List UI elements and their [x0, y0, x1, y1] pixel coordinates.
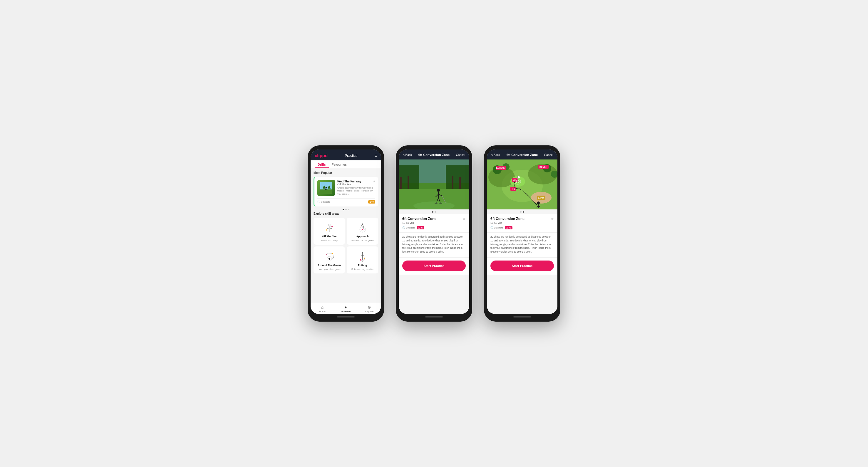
favourite-icon[interactable]: ★ [373, 179, 376, 183]
skill-approach[interactable]: Approach Dial-in to hit the green [347, 218, 378, 245]
svg-point-13 [326, 229, 327, 231]
svg-point-72 [537, 201, 540, 204]
nav-home-label: Home [319, 310, 325, 313]
drill-description: 20 shots are randomly generated at dista… [487, 233, 557, 257]
skill-name-putting: Putting [358, 264, 367, 267]
dot-2[interactable] [523, 211, 524, 213]
start-practice-button[interactable]: Start Practice [402, 261, 466, 271]
drill-description: Create an imaginary fairway using trees … [337, 187, 375, 196]
drill-detail-content: 6ft Conversion Zone 10-50 yds ★ 🕐 20 sho… [399, 160, 469, 314]
skill-putting[interactable]: Putting Make and lag practice [347, 246, 378, 273]
drill-title: Find The Fairway [337, 180, 375, 183]
drill-detail-content-map: FAIRWAY ROUGH Hit Miss SAND [487, 160, 557, 314]
dot-2[interactable] [345, 209, 347, 210]
drill-title-row: 6ft Conversion Zone 10-50 yds ★ [490, 217, 554, 225]
drill-hero-image [399, 160, 469, 209]
drill-thumbnail [317, 180, 335, 196]
dot-1[interactable] [520, 211, 522, 213]
favourite-icon[interactable]: ★ [551, 217, 554, 221]
tab-drills[interactable]: Drills [315, 160, 329, 168]
screen-3: < Back 6ft Conversion Zone Cancel [487, 149, 557, 314]
cta-section: Start Practice [399, 257, 469, 275]
favourite-icon[interactable]: ★ [463, 217, 466, 221]
nav-capture-label: Capture [365, 310, 373, 313]
drill-description: 20 shots are randomly generated at dista… [399, 233, 469, 257]
header-title: 6ft Conversion Zone [506, 153, 538, 157]
svg-point-4 [326, 187, 327, 188]
nav-activities[interactable]: ✦ Activities [334, 305, 358, 313]
skill-name-atg: Around The Green [318, 264, 341, 267]
skill-name-approach: Approach [356, 235, 369, 238]
drill-range: 10-50 yds [402, 222, 436, 224]
cancel-button[interactable]: Cancel [544, 153, 553, 157]
bottom-nav: ⌂ Home ✦ Activities ⊕ Capture [311, 303, 381, 314]
drill-title: 6ft Conversion Zone [402, 217, 436, 221]
skill-desc-approach: Dial-in to hit the green [351, 239, 374, 242]
phone-2: < Back 6ft Conversion Zone Cancel [396, 145, 472, 322]
drill-title-row: 6ft Conversion Zone 10-50 yds ★ [402, 217, 466, 225]
svg-point-8 [329, 224, 330, 226]
drill-info-section: 6ft Conversion Zone 10-50 yds ★ 🕐 20 sho… [487, 214, 557, 233]
svg-point-25 [362, 252, 363, 254]
shots-info: 🕐 20 shots [490, 227, 503, 229]
start-practice-button[interactable]: Start Practice [490, 261, 554, 271]
drill-badge: OTT [368, 200, 375, 204]
svg-text:Hit: Hit [512, 188, 515, 190]
app-logo: clippd [315, 153, 328, 158]
dot-1[interactable] [432, 211, 433, 213]
tab-favourites[interactable]: Favourites [329, 160, 350, 168]
nav-capture[interactable]: ⊕ Capture [358, 305, 381, 313]
detail-header: < Back 6ft Conversion Zone Cancel [487, 149, 557, 160]
skill-desc-ott: Power accuracy [321, 239, 338, 242]
drill-hero-map: FAIRWAY ROUGH Hit Miss SAND [487, 160, 557, 209]
explore-label: Explore skill areas [313, 212, 378, 215]
nav-home[interactable]: ⌂ Home [311, 305, 334, 313]
home-indicator [337, 316, 355, 318]
drill-info-section: 6ft Conversion Zone 10-50 yds ★ 🕐 20 sho… [399, 214, 469, 233]
header-title: 6ft Conversion Zone [418, 153, 450, 157]
screen-2: < Back 6ft Conversion Zone Cancel [399, 149, 469, 314]
svg-point-17 [362, 229, 363, 230]
cancel-button[interactable]: Cancel [456, 153, 465, 157]
screen-1: clippd Practice ≡ Drills Favourites Most… [311, 149, 381, 314]
around-the-green-icon [322, 249, 337, 263]
phone-3: < Back 6ft Conversion Zone Cancel [484, 145, 560, 322]
back-button[interactable]: < Back [403, 153, 412, 157]
home-icon: ⌂ [321, 305, 323, 309]
detail-header: < Back 6ft Conversion Zone Cancel [399, 149, 469, 160]
popular-drill-card[interactable]: Find The Fairway Off The Tee Create an i… [313, 177, 378, 206]
drill-badge: ARG [505, 226, 513, 229]
svg-text:FAIRWAY: FAIRWAY [496, 167, 505, 169]
clock-icon: 🕐 [402, 227, 405, 229]
skill-desc-putting: Make and lag practice [351, 268, 374, 270]
off-the-tee-icon [322, 221, 337, 234]
svg-rect-39 [408, 176, 409, 189]
clock-icon: 🕐 [490, 227, 493, 229]
drill-title: 6ft Conversion Zone [490, 217, 525, 221]
dot-3[interactable] [348, 209, 349, 210]
app-header: clippd Practice ≡ [311, 149, 381, 160]
dot-1[interactable] [343, 209, 344, 210]
cta-section: Start Practice [487, 257, 557, 275]
svg-rect-38 [400, 177, 402, 189]
nav-activities-label: Activities [341, 310, 351, 313]
svg-line-11 [330, 228, 332, 229]
back-button[interactable]: < Back [491, 153, 500, 157]
drill-meta: 🕐 20 shots ARG [490, 226, 554, 229]
putting-icon [355, 249, 370, 263]
skill-around-the-green[interactable]: Around The Green Hone your short game [313, 246, 345, 273]
drill-title-group: 6ft Conversion Zone 10-50 yds [490, 217, 525, 225]
capture-icon: ⊕ [368, 305, 371, 309]
skill-name-ott: Off The Tee [322, 235, 336, 238]
home-indicator [425, 316, 443, 318]
phone-1: clippd Practice ≡ Drills Favourites Most… [308, 145, 384, 322]
dot-2[interactable] [435, 211, 436, 213]
clock-icon: 🕐 [317, 201, 320, 203]
svg-text:ROUGH: ROUGH [539, 166, 547, 168]
activities-icon: ✦ [344, 305, 348, 309]
svg-line-10 [327, 228, 330, 229]
menu-icon[interactable]: ≡ [375, 153, 377, 158]
skill-off-the-tee[interactable]: Off The Tee Power accuracy [313, 218, 345, 245]
practice-content: Most Popular [311, 168, 381, 303]
drill-range: 10-50 yds [490, 222, 525, 224]
